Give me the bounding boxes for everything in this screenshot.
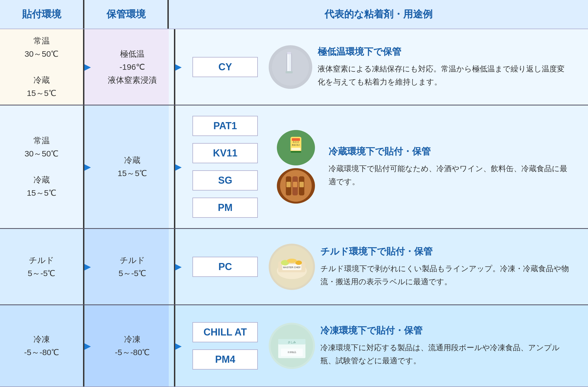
products-chilled: PC [192, 255, 258, 279]
header-col-adhesive: 代表的な粘着剤・用途例 [169, 0, 588, 29]
desc-title-frozen: 冷凍環境下で貼付・保管 [320, 324, 572, 337]
storage-cell-extreme: 極低温 -196℃ 液体窒素浸漬 [91, 29, 175, 105]
header-col-storage: 保管環境 [84, 0, 169, 29]
storage-cell-chilled: チルド 5～-5℃ [91, 229, 175, 304]
arrow-extreme: ► [79, 29, 96, 105]
header-col-env: 貼付環境 [0, 0, 84, 29]
env-temp-normal2: 常温 [33, 134, 50, 147]
env-temp-normal1: 常温 [33, 34, 50, 47]
row-frozen: 冷凍 -5～-80℃ ► 冷凍 -5～-80℃ ► CHILL AT PM4 [0, 305, 588, 387]
desc-extreme: 極低温環境下で保管 液体窒素による凍結保存にも対応。常温から極低温まで繰り返し温… [312, 46, 577, 88]
adhesive-cell-frozen: CHILL AT PM4 さしみ 冷凍食品 冷凍環境下で貼付・保管 冷凍環境下に… [182, 305, 588, 386]
env-chilled-temp: 5～-5℃ [28, 267, 55, 280]
product-PM4: PM4 [192, 349, 258, 370]
arrow-fridge: ► [79, 105, 96, 228]
svg-rect-3 [286, 71, 293, 73]
image-frozen: さしみ 冷凍食品 [269, 323, 315, 369]
env-temp-fridge1: 冷蔵 [33, 74, 50, 87]
row-chilled: チルド 5～-5℃ ► チルド 5～-5℃ ► PC [0, 229, 588, 305]
storage-cell-fridge: 冷蔵 15～5℃ [91, 105, 175, 228]
svg-text:MASTER CHEF: MASTER CHEF [283, 266, 301, 269]
arrow-icon-chilled: ► [82, 261, 93, 273]
image-fridge-1: 今だけ 農薬水色の [277, 130, 315, 165]
storage-extreme-desc: 液体窒素浸漬 [108, 74, 157, 87]
desc-title-extreme: 極低温環境下で保管 [318, 46, 572, 58]
env-cell-extreme: 常温 30～50℃ 冷蔵 15～5℃ [0, 29, 84, 105]
storage-cell-frozen: 冷凍 -5～-80℃ [91, 305, 175, 386]
svg-rect-2 [288, 54, 289, 72]
row-fridge: 常温 30～50℃ 冷蔵 15～5℃ ► 冷蔵 15～5℃ ► PAT1 KV1… [0, 105, 588, 229]
arrow-icon-fridge2: ► [173, 161, 184, 173]
env-cell-frozen: 冷凍 -5～-80℃ [0, 305, 84, 386]
arrow-icon-frozen: ► [82, 340, 93, 352]
images-fridge: 今だけ 農薬水色の [277, 130, 315, 204]
desc-text-fridge: 冷蔵環境下で貼付可能なため、冷酒やワイン、飲料缶、冷蔵食品に最適です。 [329, 162, 572, 188]
svg-rect-4 [287, 52, 291, 54]
image-fridge-2 [277, 168, 315, 204]
table-header: 貼付環境 保管環境 代表的な粘着剤・用途例 [0, 0, 588, 29]
env-frozen-temp: -5～-80℃ [24, 346, 59, 359]
svg-point-26 [287, 259, 297, 263]
svg-rect-18 [299, 182, 304, 187]
adhesive-cell-fridge: PAT1 KV11 SG PM 今だけ 農薬水色の [182, 105, 588, 228]
product-CHILL-AT: CHILL AT [192, 322, 258, 342]
arrow-chilled: ► [79, 229, 96, 304]
products-frozen: CHILL AT PM4 [192, 320, 258, 372]
products-fridge: PAT1 KV11 SG PM [192, 114, 258, 220]
storage-extreme-temp: -196℃ [120, 61, 145, 74]
desc-title-chilled: チルド環境下で貼付・保管 [320, 245, 572, 258]
env-chilled-label: チルド [29, 254, 54, 267]
image-chilled: MASTER CHEF [269, 244, 315, 290]
svg-rect-17 [293, 182, 297, 187]
svg-text:冷凍食品: 冷凍食品 [287, 351, 296, 353]
product-CY: CY [192, 57, 258, 77]
arrow-icon-chilled2: ► [173, 261, 184, 273]
arrow-frozen: ► [79, 305, 96, 386]
storage-fridge-temp: 15～5℃ [118, 167, 147, 180]
desc-frozen: 冷凍環境下で貼付・保管 冷凍環境下に対応する製品は、流通用段ボールや冷凍食品、ア… [315, 324, 577, 367]
desc-chilled: チルド環境下で貼付・保管 チルド環境下で剥がれにくい製品もラインアップ。冷凍・冷… [315, 245, 577, 288]
product-KV11: KV11 [192, 143, 258, 163]
storage-frozen-label: 冷凍 [124, 333, 140, 346]
svg-rect-16 [286, 182, 291, 187]
adhesive-cell-extreme: CY 極低温環境下で保管 液体窒素による凍結保存にも対応。常温から極低温まで繰り… [182, 29, 588, 105]
desc-text-extreme: 液体窒素による凍結保存にも対応。常温から極低温まで繰り返し温度変化を与えても粘着… [318, 62, 572, 88]
desc-fridge: 冷蔵環境下で貼付・保管 冷蔵環境下で貼付可能なため、冷酒やワイン、飲料缶、冷蔵食… [323, 145, 577, 188]
storage-fridge-label: 冷蔵 [124, 154, 140, 167]
storage-chilled-label: チルド [120, 254, 145, 267]
product-SG: SG [192, 170, 258, 191]
env-temp-fridge2-range: 15～5℃ [27, 186, 56, 199]
desc-text-frozen: 冷凍環境下に対応する製品は、流通用段ボールや冷凍食品、アンプル瓶、試験管などに最… [320, 341, 572, 367]
arrow-frozen2: ► [170, 305, 187, 386]
product-PM: PM [192, 198, 258, 218]
env-temp-fridge2: 冷蔵 [33, 173, 50, 186]
arrow-icon-frozen2: ► [173, 340, 184, 352]
adhesive-cell-chilled: PC MASTER CHEF チルド環境下で貼付・保 [182, 229, 588, 304]
env-temp-fridge1-range: 15～5℃ [27, 87, 56, 100]
image-extreme [269, 45, 312, 89]
storage-frozen-temp: -5～-80℃ [115, 346, 150, 359]
svg-text:今だけ: 今だけ [293, 141, 299, 143]
product-PC: PC [192, 257, 258, 277]
arrow-icon-fridge: ► [82, 161, 93, 173]
storage-chilled-temp: 5～-5℃ [118, 267, 146, 280]
main-table: 貼付環境 保管環境 代表的な粘着剤・用途例 常温 30～50℃ 冷蔵 15～5℃… [0, 0, 588, 387]
env-cell-chilled: チルド 5～-5℃ [0, 229, 84, 304]
svg-text:さしみ: さしみ [288, 341, 296, 344]
product-PAT1: PAT1 [192, 116, 258, 136]
arrow-extreme2: ► [170, 29, 187, 105]
arrow-fridge2: ► [170, 105, 187, 228]
desc-text-chilled: チルド環境下で剥がれにくい製品もラインアップ。冷凍・冷蔵食品や物流・搬送用の表示… [320, 262, 572, 288]
svg-text:農薬水色の: 農薬水色の [292, 144, 300, 146]
row-extreme: 常温 30～50℃ 冷蔵 15～5℃ ► 極低温 -196℃ 液体窒素浸漬 ► … [0, 29, 588, 105]
arrow-icon-extreme2: ► [173, 61, 184, 73]
storage-extreme-label: 極低温 [120, 47, 145, 61]
arrow-chilled2: ► [170, 229, 187, 304]
env-cell-fridge: 常温 30～50℃ 冷蔵 15～5℃ [0, 105, 84, 228]
svg-rect-11 [291, 151, 301, 153]
desc-title-fridge: 冷蔵環境下で貼付・保管 [329, 145, 572, 158]
svg-rect-7 [292, 138, 300, 141]
arrow-icon-extreme: ► [82, 61, 93, 73]
products-extreme: CY [192, 55, 258, 79]
svg-rect-10 [291, 148, 301, 150]
